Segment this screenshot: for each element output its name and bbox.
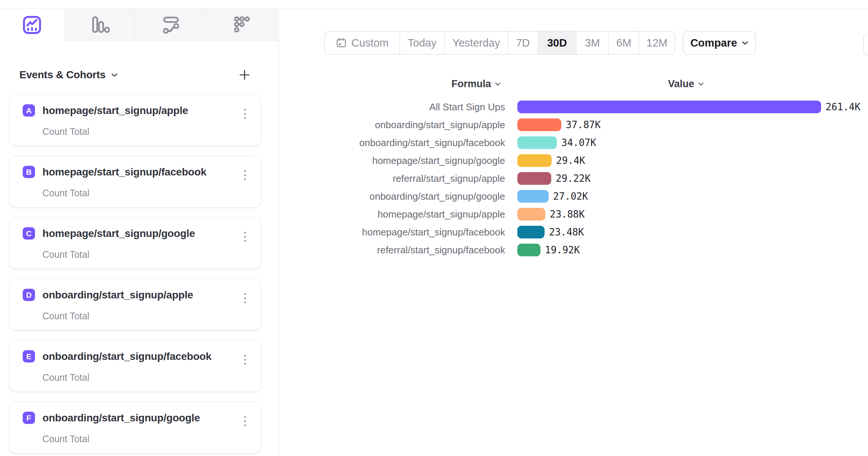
- date-option-3m[interactable]: 3M: [577, 32, 609, 54]
- kebab-menu-icon[interactable]: [239, 105, 251, 122]
- event-name: homepage/start_signup/apple: [42, 105, 188, 117]
- date-option-30d[interactable]: 30D: [538, 32, 577, 54]
- events-cohorts-header[interactable]: Events & Cohorts: [19, 66, 118, 83]
- date-option-6m[interactable]: 6M: [609, 32, 639, 54]
- bar[interactable]: [517, 118, 561, 131]
- date-option-label: Custom: [351, 37, 389, 49]
- event-card-f[interactable]: F onboarding/start_signup/google Count T…: [9, 402, 261, 453]
- event-metric: Count Total: [42, 372, 89, 383]
- event-metric: Count Total: [42, 311, 89, 322]
- bar-value-label: 19.92K: [545, 244, 580, 256]
- events-cohorts-title: Events & Cohorts: [19, 69, 106, 81]
- event-letter-badge: A: [23, 104, 35, 117]
- date-option-label: 6M: [616, 37, 631, 49]
- event-letter-badge: B: [23, 166, 35, 178]
- tab-flow[interactable]: [135, 9, 206, 41]
- bar[interactable]: [517, 154, 552, 167]
- event-card-c[interactable]: C homepage/start_signup/google Count Tot…: [9, 217, 261, 269]
- date-option-label: Today: [408, 37, 436, 49]
- bar-chart-row: homepage/start_signup/facebook 23.48K: [357, 223, 861, 241]
- clipped-toolbar-button[interactable]: [863, 33, 868, 56]
- chevron-down-icon: [111, 73, 118, 77]
- bar-row-label: onboarding/start_signup/google: [357, 191, 505, 202]
- compare-label: Compare: [690, 37, 737, 49]
- date-option-yesterday[interactable]: Yesterday: [445, 32, 508, 54]
- sidebar-divider: [278, 9, 279, 456]
- bar-chart-row: onboarding/start_signup/google 27.02K: [357, 187, 861, 205]
- bar[interactable]: [517, 244, 540, 256]
- plus-icon: [238, 69, 251, 81]
- bar-chart-row: homepage/start_signup/google 29.4K: [357, 152, 861, 170]
- value-column-header[interactable]: Value: [645, 78, 727, 90]
- event-name: onboarding/start_signup/facebook: [42, 351, 211, 362]
- bar-row-label: referral/start_signup/facebook: [357, 244, 505, 256]
- date-option-today[interactable]: Today: [400, 32, 445, 54]
- bar-value-label: 37.87K: [566, 119, 601, 130]
- bar-row-label: onboarding/start_signup/facebook: [357, 137, 505, 149]
- bar[interactable]: [517, 190, 549, 203]
- event-card-e[interactable]: E onboarding/start_signup/facebook Count…: [9, 340, 261, 392]
- bar-chart-row: All Start Sign Ups 261.4K: [357, 98, 861, 116]
- event-card-b[interactable]: B homepage/start_signup/facebook Count T…: [9, 156, 261, 208]
- kebab-menu-icon[interactable]: [239, 351, 251, 368]
- bar-value-label: 29.22K: [556, 173, 591, 184]
- bar-row-label: homepage/start_signup/google: [357, 155, 505, 167]
- bar[interactable]: [517, 136, 557, 149]
- bar-chart: All Start Sign Ups 261.4K onboarding/sta…: [357, 98, 861, 259]
- chevron-down-icon: [495, 82, 501, 86]
- chart-type-tabbar: [0, 9, 277, 41]
- kebab-menu-icon[interactable]: [239, 289, 251, 307]
- event-metric: Count Total: [42, 188, 89, 199]
- event-metric: Count Total: [42, 249, 89, 260]
- chevron-down-icon: [742, 41, 748, 45]
- event-name: onboarding/start_signup/apple: [42, 289, 193, 301]
- tab-bar-chart[interactable]: [64, 9, 135, 41]
- tab-metrics[interactable]: [206, 9, 277, 41]
- date-option-12m[interactable]: 12M: [639, 32, 674, 54]
- bar[interactable]: [517, 172, 551, 185]
- date-option-7d[interactable]: 7D: [508, 32, 538, 54]
- flow-icon: [160, 14, 181, 35]
- bar[interactable]: [517, 101, 821, 113]
- event-card-a[interactable]: A homepage/start_signup/apple Count Tota…: [9, 94, 261, 146]
- compare-button[interactable]: Compare: [683, 31, 756, 55]
- event-name: homepage/start_signup/facebook: [42, 166, 207, 178]
- bar[interactable]: [517, 226, 545, 238]
- kebab-menu-icon[interactable]: [239, 412, 251, 430]
- date-option-label: 3M: [585, 37, 600, 49]
- bar-row-label: referral/start_signup/apple: [357, 173, 505, 184]
- date-option-label: 7D: [516, 37, 530, 49]
- bar-chart-row: referral/start_signup/facebook 19.92K: [357, 241, 861, 259]
- kebab-menu-icon[interactable]: [239, 167, 251, 184]
- date-option-label: 12M: [647, 37, 667, 49]
- bar-row-label: onboarding/start_signup/apple: [357, 119, 505, 131]
- bar-chart-icon: [89, 14, 110, 35]
- event-letter-badge: F: [23, 412, 35, 424]
- formula-header-label: Formula: [451, 78, 491, 90]
- tab-insights-line[interactable]: [0, 9, 64, 41]
- event-letter-badge: E: [23, 350, 35, 362]
- bar-chart-row: referral/start_signup/apple 29.22K: [357, 170, 861, 187]
- event-name: onboarding/start_signup/google: [42, 412, 200, 424]
- calendar-icon: [336, 37, 347, 48]
- event-metric: Count Total: [42, 126, 89, 137]
- date-option-custom[interactable]: Custom: [325, 32, 400, 54]
- bar-chart-row: homepage/start_signup/apple 23.88K: [357, 205, 861, 223]
- event-letter-badge: D: [23, 289, 35, 301]
- top-border: [0, 0, 868, 9]
- bar-row-label: All Start Sign Ups: [357, 101, 505, 113]
- bar-value-label: 261.4K: [826, 101, 861, 113]
- formula-column-header[interactable]: Formula: [435, 78, 517, 90]
- line-chart-icon: [22, 15, 42, 35]
- kebab-menu-icon[interactable]: [239, 228, 251, 245]
- add-event-button[interactable]: [236, 66, 253, 83]
- bar-value-label: 23.88K: [550, 209, 585, 220]
- bar[interactable]: [517, 208, 545, 221]
- event-card-d[interactable]: D onboarding/start_signup/apple Count To…: [9, 279, 261, 330]
- dots-grid-icon: [232, 14, 252, 35]
- chevron-down-icon: [698, 82, 704, 86]
- event-name: homepage/start_signup/google: [42, 228, 195, 240]
- event-metric: Count Total: [42, 434, 89, 444]
- bar-row-label: homepage/start_signup/facebook: [357, 227, 505, 238]
- bar-chart-row: onboarding/start_signup/facebook 34.07K: [357, 134, 861, 152]
